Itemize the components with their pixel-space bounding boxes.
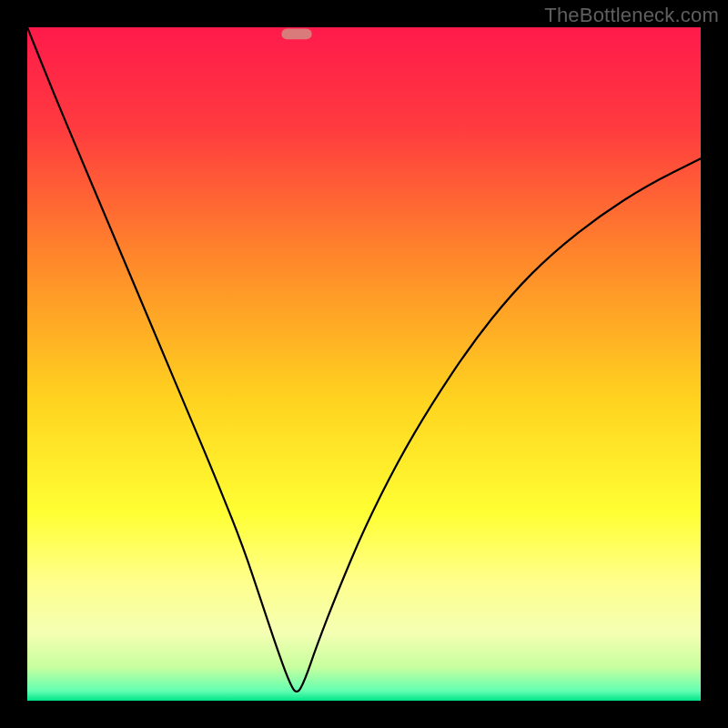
chart-frame: TheBottleneck.com <box>0 0 728 728</box>
plot-background <box>27 27 701 701</box>
watermark-text: TheBottleneck.com <box>544 4 719 27</box>
chart-svg <box>0 0 728 728</box>
minimum-marker <box>281 28 311 39</box>
